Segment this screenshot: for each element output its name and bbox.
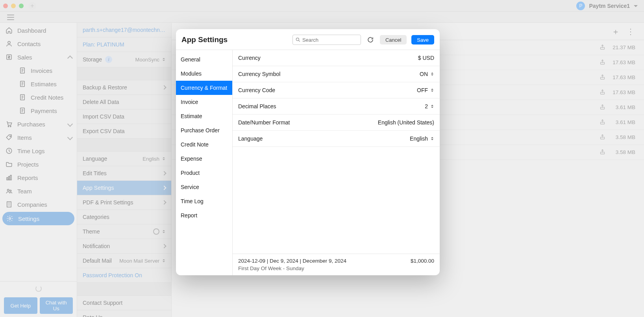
modal-row-currency-code[interactable]: Currency CodeOFF — [233, 82, 440, 98]
reload-button[interactable] — [366, 35, 375, 44]
nav-item-dashboard[interactable]: Dashboard — [0, 24, 77, 37]
share-icon[interactable] — [600, 119, 605, 126]
settings-row-categories[interactable]: Categories — [77, 210, 171, 224]
sidebar: DashboardContactsSalesInvoicesEstimatesC… — [0, 23, 77, 317]
settings-row-rate-us[interactable]: Rate Us — [77, 310, 171, 317]
settings-row-notification[interactable]: Notification — [77, 239, 171, 254]
share-icon[interactable] — [600, 149, 605, 156]
modal-nav-general[interactable]: General — [176, 52, 232, 67]
nav-item-label: Settings — [18, 215, 39, 222]
user-avatar: P — [576, 2, 585, 10]
modal-row-value: ON — [420, 71, 428, 77]
modal-row-language[interactable]: LanguageEnglish — [233, 131, 440, 147]
modal-nav-expense[interactable]: Expense — [176, 152, 232, 166]
settings-row-contact-support[interactable]: Contact Support — [77, 296, 171, 310]
nav-item-contacts[interactable]: Contacts — [0, 37, 77, 50]
nav-item-purchases[interactable]: Purchases — [0, 117, 77, 131]
tag-icon — [6, 134, 13, 141]
modal-nav-modules[interactable]: Modules — [176, 67, 232, 81]
info-icon[interactable]: i — [105, 56, 112, 63]
modal-nav-purchase-order[interactable]: Purchase Order — [176, 123, 232, 137]
modal-nav-credit-note[interactable]: Credit Note — [176, 137, 232, 152]
modal-nav-report[interactable]: Report — [176, 208, 232, 222]
share-icon[interactable] — [600, 134, 605, 141]
settings-divider — [77, 139, 171, 152]
svg-point-6 — [8, 126, 9, 127]
modal-nav-time-log[interactable]: Time Log — [176, 194, 232, 208]
nav-item-payments[interactable]: Payments — [0, 104, 77, 117]
nav-item-estimates[interactable]: Estimates — [0, 77, 77, 91]
nav-item-items[interactable]: Items — [0, 131, 77, 144]
settings-row-default-mail[interactable]: Default Mail Moon Mail Server — [77, 254, 171, 268]
modal-nav-estimate[interactable]: Estimate — [176, 109, 232, 123]
settings-row-export-csv[interactable]: Export CSV Data — [77, 124, 171, 139]
more-menu-button[interactable]: ⋮ — [627, 28, 635, 35]
modal-content: Currency$ USDCurrency SymbolONCurrency C… — [233, 50, 440, 275]
stepper-icon[interactable] — [162, 156, 166, 161]
nav-item-reports[interactable]: Reports — [0, 171, 77, 184]
account-dropdown[interactable]: P Paytm Service1 — [576, 2, 641, 10]
add-company-button[interactable]: + — [28, 2, 36, 10]
stepper-icon[interactable] — [430, 104, 434, 109]
stepper-icon[interactable] — [162, 57, 166, 62]
nav-item-credit-notes[interactable]: Credit Notes — [0, 91, 77, 104]
stepper-icon[interactable] — [162, 229, 166, 234]
modal-row-decimal-places[interactable]: Decimal Places2 — [233, 98, 440, 115]
settings-row-backup-restore[interactable]: Backup & Restore — [77, 80, 171, 95]
home-icon — [6, 27, 13, 34]
share-icon[interactable] — [600, 104, 605, 111]
modal-nav-product[interactable]: Product — [176, 166, 232, 180]
settings-row-delete-all[interactable]: Delete All Data — [77, 95, 171, 109]
settings-row-import-csv[interactable]: Import CSV Data — [77, 109, 171, 124]
stepper-icon[interactable] — [430, 87, 434, 93]
modal-row-label: Currency Code — [238, 87, 275, 93]
nav-item-invoices[interactable]: Invoices — [0, 64, 77, 77]
search-icon — [295, 37, 301, 43]
modal-search-input[interactable] — [293, 35, 361, 44]
modal-row-currency-symbol[interactable]: Currency SymbolON — [233, 66, 440, 82]
nav-item-projects[interactable]: Projects — [0, 158, 77, 171]
settings-row-pdf-print[interactable]: PDF & Print Settings — [77, 195, 171, 210]
settings-row-account-email[interactable]: parth.s+change17@moontechnolabs.c… — [77, 23, 171, 37]
settings-row-storage[interactable]: Storage i MoonSync — [77, 52, 171, 67]
modal-search-field[interactable] — [292, 35, 361, 45]
chat-with-us-button[interactable]: Chat with Us — [40, 297, 73, 314]
modal-title: App Settings — [181, 35, 228, 44]
modal-nav-currency-format[interactable]: Currency & Format — [176, 81, 232, 95]
modal-footer: 2024-12-09 | Dec 9, 2024 | December 9, 2… — [233, 254, 440, 275]
svg-point-14 — [10, 190, 11, 191]
sidebar-toggle-button[interactable] — [7, 15, 14, 20]
settings-row-app-settings[interactable]: App Settings — [77, 181, 171, 195]
nav-item-companies[interactable]: Companies — [0, 198, 77, 211]
settings-row-theme[interactable]: Theme — [77, 224, 171, 239]
nav-item-settings[interactable]: Settings — [2, 212, 74, 225]
stepper-icon[interactable] — [430, 136, 434, 141]
share-icon[interactable] — [600, 44, 605, 51]
stepper-icon[interactable] — [162, 258, 166, 263]
modal-nav-service[interactable]: Service — [176, 180, 232, 194]
window-close-button[interactable] — [3, 4, 8, 8]
settings-row-password-protection[interactable]: Password Protection On — [77, 268, 171, 283]
cancel-button[interactable]: Cancel — [380, 35, 407, 44]
modal-nav-invoice[interactable]: Invoice — [176, 95, 232, 109]
modal-row-date-number-format[interactable]: Date/Number FormatEnglish (United States… — [233, 115, 440, 131]
settings-row-edit-titles[interactable]: Edit Titles — [77, 166, 171, 181]
save-button[interactable]: Save — [411, 35, 434, 44]
settings-row-language[interactable]: Language English — [77, 152, 171, 166]
svg-point-7 — [10, 126, 11, 127]
window-minimize-button[interactable] — [11, 4, 16, 8]
settings-row-plan[interactable]: Plan: PLATINUM — [77, 37, 171, 52]
sync-spinner-icon — [35, 285, 42, 292]
share-icon[interactable] — [600, 89, 605, 96]
nav-item-time-logs[interactable]: Time Logs — [0, 144, 77, 158]
share-icon[interactable] — [600, 59, 605, 66]
add-button[interactable]: ＋ — [612, 28, 620, 35]
stepper-icon[interactable] — [430, 71, 434, 77]
nav-item-team[interactable]: Team — [0, 184, 77, 198]
get-help-button[interactable]: Get Help — [4, 297, 37, 314]
modal-row-currency[interactable]: Currency$ USD — [233, 50, 440, 66]
nav-item-sales[interactable]: Sales — [0, 50, 77, 64]
share-icon[interactable] — [600, 74, 605, 81]
modal-row-value: $ USD — [418, 55, 434, 61]
window-zoom-button[interactable] — [19, 4, 24, 8]
